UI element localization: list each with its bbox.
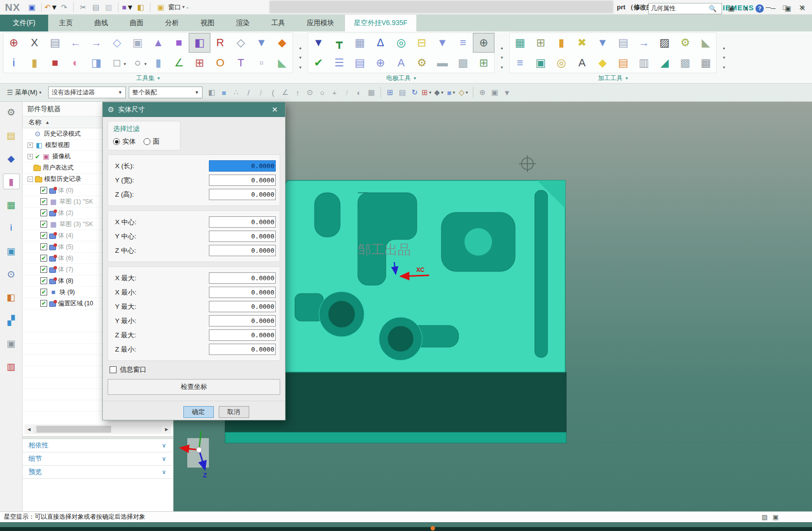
boss-icon[interactable]: ▲ xyxy=(148,33,169,52)
tab-5[interactable]: 渲染 xyxy=(225,15,261,31)
forward-arrow-icon[interactable]: → xyxy=(86,33,107,52)
rect-tool-icon[interactable]: □▼ xyxy=(107,54,127,72)
chevron-more-icon[interactable]: ▾ xyxy=(723,65,725,70)
ok-button[interactable]: 确定 xyxy=(183,406,214,418)
status-icon-0[interactable]: ▨ xyxy=(761,513,767,521)
mirror-plane-icon[interactable]: ◐ xyxy=(65,54,86,72)
papers-icon[interactable]: ▥ xyxy=(634,54,654,72)
annotate-icon[interactable]: ▞ xyxy=(3,313,19,327)
copy-object-icon[interactable]: ▣ xyxy=(127,33,148,52)
dashed-box-icon[interactable]: ▫ xyxy=(251,54,272,72)
chevron-down-icon[interactable]: ▾ xyxy=(157,76,160,81)
minimize-ribbon-icon[interactable]: ∧ xyxy=(741,4,752,12)
chevron-more-icon[interactable]: ▾ xyxy=(501,65,503,70)
globe-wrench-icon[interactable]: ◎ xyxy=(551,54,572,72)
snap-scatter-icon[interactable]: ∴ xyxy=(230,87,242,99)
snap-arc-icon[interactable]: ( xyxy=(267,87,279,99)
insert-electrode-icon[interactable]: ▼ xyxy=(308,33,329,52)
circle-ref-icon[interactable]: ◎ xyxy=(391,33,411,52)
bounding-box-icon[interactable]: ◧ xyxy=(189,33,210,52)
scroll-track[interactable] xyxy=(33,426,162,433)
info-icon[interactable]: i xyxy=(3,220,19,235)
doc-restore-button[interactable]: ▣ xyxy=(783,4,793,12)
snap-plus-icon[interactable]: + xyxy=(328,87,341,99)
steering-wheel-icon[interactable]: ⊕ xyxy=(473,33,494,52)
split-cube-icon[interactable]: ◨ xyxy=(86,54,107,72)
drill-arrow-icon[interactable]: → xyxy=(634,33,654,52)
tree-expander-icon[interactable]: + xyxy=(28,154,33,159)
tab-1[interactable]: 曲线 xyxy=(84,15,119,31)
snap-pole-icon[interactable]: ↑ xyxy=(291,87,304,99)
zebra-stock-icon[interactable]: ▨ xyxy=(654,33,675,52)
value-input[interactable]: 0.0000 xyxy=(209,301,276,312)
eraser-icon[interactable]: ◆ xyxy=(592,54,613,72)
snap-midpoint-icon[interactable]: / xyxy=(255,87,267,99)
electrode-head-icon[interactable]: ▼ xyxy=(432,33,453,52)
chevron-more-icon[interactable]: ▾ xyxy=(299,65,302,70)
orbit-view-icon[interactable]: ↻ xyxy=(408,87,421,99)
chevron-down-icon[interactable]: ∨ xyxy=(162,469,166,475)
copy-icon[interactable]: ▤ xyxy=(90,1,102,13)
dialog-title-bar[interactable]: ⚙ 实体尺寸 ✕ xyxy=(103,102,285,117)
cone-icon[interactable]: ◣ xyxy=(272,54,292,72)
cage-box-icon[interactable]: ▦ xyxy=(349,33,370,52)
fullscreen-icon[interactable]: ▣ xyxy=(726,4,737,12)
format-painter-icon[interactable]: ◧ xyxy=(135,1,146,13)
paste-icon[interactable]: ▥ xyxy=(103,1,115,13)
tree-checkbox[interactable]: ✔ xyxy=(40,232,47,239)
gear-icon[interactable]: ⚙ xyxy=(3,105,19,119)
chevron-up-icon[interactable]: ▴ xyxy=(299,45,302,50)
text-a-icon[interactable]: A xyxy=(572,54,592,72)
undo-icon[interactable]: ↶▼ xyxy=(45,1,57,13)
tree-checkbox[interactable]: ✔ xyxy=(40,243,47,250)
grid-electrode-icon[interactable]: ⊞ xyxy=(473,54,494,72)
dimension-x-icon[interactable]: X xyxy=(24,33,45,52)
constraint-navigator-icon[interactable]: ◆ xyxy=(3,151,19,166)
checkbox-icon[interactable] xyxy=(110,366,116,373)
dialog-close-button[interactable]: ✕ xyxy=(269,105,280,114)
rotate-swap-icon[interactable]: ◇ xyxy=(107,33,127,52)
history-icon[interactable]: ⊙ xyxy=(3,266,19,281)
selection-filter-combo[interactable]: 没有选择过滤器 ▼ xyxy=(48,87,126,98)
value-input[interactable]: 0.0000 xyxy=(209,329,276,341)
drill-doc-icon[interactable]: ▤ xyxy=(613,33,634,52)
drill-wrench-icon[interactable]: ⚙ xyxy=(675,33,696,52)
chevron-up-icon[interactable]: ▴ xyxy=(723,45,725,50)
snap-point-on-icon[interactable]: ◐ xyxy=(353,87,365,99)
shaded-style-icon[interactable]: ⊞▼ xyxy=(421,87,433,99)
report-icon[interactable]: ▣ xyxy=(3,243,19,258)
check-coordinates-button[interactable]: 检查坐标 xyxy=(108,379,280,395)
check-electrode-icon[interactable]: ✔ xyxy=(308,54,329,72)
tree-checkbox[interactable]: ✔ xyxy=(40,187,47,194)
spark-card-icon[interactable]: ▩ xyxy=(453,54,473,72)
electrode-wheel-icon[interactable]: ⊕ xyxy=(370,54,391,72)
mirror-tri-icon[interactable]: ∆ xyxy=(370,33,391,52)
tree-expander-icon[interactable]: − xyxy=(28,177,33,182)
face-mill-icon[interactable]: ◣ xyxy=(696,33,716,52)
window-tile-icon[interactable]: ▣ xyxy=(489,87,501,99)
search-input[interactable] xyxy=(651,5,709,12)
info-window-checkbox-row[interactable]: 信息窗口 xyxy=(110,365,280,374)
chevron-up-icon[interactable]: ▴ xyxy=(501,45,503,50)
value-input[interactable]: 0.0000 xyxy=(209,231,276,242)
slot-box-icon[interactable]: ⊟ xyxy=(411,33,432,52)
value-input[interactable]: 0.0000 xyxy=(209,216,276,228)
panel-0[interactable]: 相依性∨ xyxy=(23,439,173,452)
cancel-button[interactable]: 取消 xyxy=(219,406,249,418)
framed-cube-icon[interactable]: ■ xyxy=(45,54,65,72)
tab-6[interactable]: 工具 xyxy=(261,15,296,31)
save-icon[interactable]: ▣ xyxy=(26,1,38,13)
redo-icon[interactable]: ↷ xyxy=(58,1,70,13)
printer-icon[interactable]: ▦ xyxy=(696,54,716,72)
value-input[interactable]: 0.0000 xyxy=(209,287,276,298)
csys-triad-icon[interactable]: ∠ xyxy=(169,54,189,72)
teal-doc-icon[interactable]: ▣ xyxy=(530,54,551,72)
render-style-icon[interactable]: ◆▼ xyxy=(433,87,445,99)
vise-icon[interactable]: ▦ xyxy=(510,33,530,52)
press-tool-icon[interactable]: ▼ xyxy=(251,33,272,52)
snap-intersection-icon[interactable]: ∠ xyxy=(279,87,291,99)
tree-checkbox[interactable]: ✔ xyxy=(40,198,47,205)
green-tee-icon[interactable]: ┳ xyxy=(329,33,349,52)
ribbon-group-expander[interactable]: ▴▾▾ xyxy=(497,31,506,83)
electrode-multi-icon[interactable]: ≡ xyxy=(453,33,473,52)
